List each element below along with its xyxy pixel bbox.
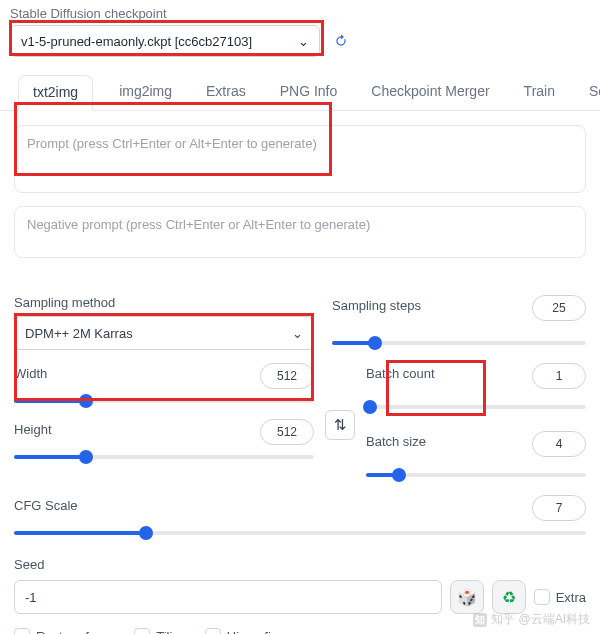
seed-extra-checkbox[interactable]: [534, 589, 550, 605]
zhihu-icon: 知: [473, 613, 487, 627]
tab-extras[interactable]: Extras: [198, 75, 254, 110]
checkpoint-value: v1-5-pruned-emaonly.ckpt [cc6cb27103]: [21, 34, 252, 49]
swap-icon: ⇅: [334, 416, 347, 434]
tab-settings[interactable]: Settings: [581, 75, 600, 110]
cfg-scale-label: CFG Scale: [14, 498, 78, 513]
batch-size-label: Batch size: [366, 434, 426, 449]
hiresfix-checkbox[interactable]: [205, 628, 221, 634]
sampling-steps-value[interactable]: 25: [532, 295, 586, 321]
restore-faces-label: Restore faces: [36, 629, 116, 635]
tab-img2img[interactable]: img2img: [111, 75, 180, 110]
refresh-checkpoint-button[interactable]: [328, 28, 354, 54]
batch-count-value[interactable]: 1: [532, 363, 586, 389]
batch-size-value[interactable]: 4: [532, 431, 586, 457]
width-slider[interactable]: [14, 389, 314, 413]
main-tabs: txt2img img2img Extras PNG Info Checkpoi…: [0, 61, 600, 111]
hiresfix-label: Hires. fix: [227, 629, 278, 635]
seed-input[interactable]: [14, 580, 442, 614]
negative-prompt-input[interactable]: [14, 206, 586, 258]
tab-checkpoint-merger[interactable]: Checkpoint Merger: [363, 75, 497, 110]
restore-faces-checkbox[interactable]: [14, 628, 30, 634]
tab-train[interactable]: Train: [516, 75, 563, 110]
sampling-method-select[interactable]: DPM++ 2M Karras ⌄: [14, 316, 314, 350]
sampling-method-label: Sampling method: [14, 295, 314, 310]
height-slider[interactable]: [14, 445, 314, 469]
watermark: 知知乎 @云端AI科技: [473, 611, 590, 628]
cfg-scale-value[interactable]: 7: [532, 495, 586, 521]
tab-pnginfo[interactable]: PNG Info: [272, 75, 346, 110]
cfg-scale-slider[interactable]: [14, 521, 586, 545]
prompt-input[interactable]: [14, 125, 586, 193]
chevron-down-icon: ⌄: [292, 326, 303, 341]
checkpoint-select[interactable]: v1-5-pruned-emaonly.ckpt [cc6cb27103] ⌄: [10, 25, 320, 57]
recycle-button[interactable]: ♻: [492, 580, 526, 614]
sampling-steps-slider[interactable]: [332, 331, 586, 355]
sampling-steps-label: Sampling steps: [332, 298, 421, 313]
tiling-label: Tiling: [156, 629, 187, 635]
sampling-method-value: DPM++ 2M Karras: [25, 326, 133, 341]
chevron-down-icon: ⌄: [298, 34, 309, 49]
dice-button[interactable]: 🎲: [450, 580, 484, 614]
checkpoint-label: Stable Diffusion checkpoint: [10, 6, 590, 21]
height-label: Height: [14, 422, 52, 437]
tiling-checkbox[interactable]: [134, 628, 150, 634]
width-label: Width: [14, 366, 47, 381]
refresh-icon: [334, 32, 348, 50]
batch-count-slider[interactable]: [366, 395, 586, 419]
tab-txt2img[interactable]: txt2img: [18, 75, 93, 111]
swap-wh-button[interactable]: ⇅: [325, 410, 355, 440]
width-value[interactable]: 512: [260, 363, 314, 389]
height-value[interactable]: 512: [260, 419, 314, 445]
seed-extra-label: Extra: [556, 590, 586, 605]
seed-label: Seed: [14, 557, 586, 572]
recycle-icon: ♻: [502, 588, 516, 607]
dice-icon: 🎲: [457, 588, 477, 607]
batch-count-label: Batch count: [366, 366, 435, 381]
batch-size-slider[interactable]: [366, 463, 586, 487]
